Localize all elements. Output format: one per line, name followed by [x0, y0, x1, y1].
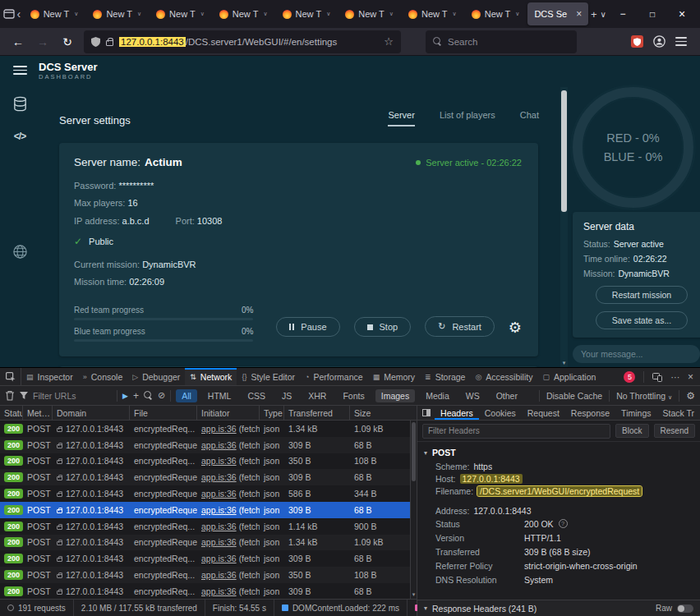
network-request-row[interactable]: 200 POST 127.0.0.1:8443 encryptedRequest… [0, 437, 417, 453]
request-type-filter[interactable]: JS [276, 389, 297, 402]
devtools-tab[interactable]: ⇅ Network [185, 368, 237, 385]
raw-toggle[interactable] [677, 605, 693, 613]
search-requests-icon[interactable] [144, 391, 153, 400]
devtools-close-icon[interactable] [688, 371, 693, 383]
tracking-shield-icon[interactable] [91, 37, 100, 47]
initiator-link[interactable]: app.is:36 [201, 537, 237, 547]
public-check-icon[interactable] [74, 236, 82, 247]
new-tab-button[interactable] [589, 3, 598, 25]
new-request-icon[interactable] [133, 390, 139, 402]
page-tab[interactable]: Server [388, 110, 414, 126]
devtools-tab[interactable]: ▢ Application [537, 368, 601, 385]
column-status[interactable]: Status [0, 406, 23, 420]
search-bar[interactable]: Search [426, 30, 577, 53]
restart-mission-button[interactable]: Restart mission [596, 286, 688, 304]
app-menu-icon[interactable] [675, 37, 687, 46]
details-tab[interactable]: Response [565, 406, 615, 420]
devtools-menu-icon[interactable] [670, 372, 679, 382]
network-request-row[interactable]: 200 POST 127.0.0.1:8443 encryptedReq... … [0, 550, 417, 567]
save-state-button[interactable]: Save state as... [596, 311, 688, 329]
network-request-row[interactable]: 200 POST 127.0.0.1:8443 encryptedReq... … [0, 421, 417, 437]
sidebar-menu-icon[interactable] [13, 66, 27, 75]
request-type-filter[interactable]: XHR [302, 389, 332, 402]
page-tab[interactable]: Chat [520, 110, 539, 126]
details-tab[interactable]: Headers [435, 406, 479, 420]
tab-menu-chevron-icon[interactable] [515, 11, 519, 17]
window-maximize-button[interactable] [638, 0, 667, 28]
filter-headers-input[interactable] [422, 424, 610, 439]
list-all-tabs-icon[interactable] [599, 3, 608, 25]
bookmark-star-icon[interactable] [384, 35, 394, 48]
request-type-filter[interactable]: Fonts [337, 389, 370, 402]
initiator-link[interactable]: app.is:36 [201, 424, 237, 434]
column-transferred[interactable]: Transferred [284, 406, 350, 420]
stop-button[interactable]: Stop [354, 317, 412, 337]
scroll-down-icon[interactable] [560, 360, 568, 366]
split-pane-icon[interactable] [417, 406, 435, 420]
window-minimize-button[interactable] [608, 0, 638, 28]
help-icon[interactable]: ? [559, 519, 568, 528]
error-count-badge[interactable]: 5 [624, 371, 635, 383]
details-tab[interactable]: Request [522, 406, 565, 420]
page-tab[interactable]: List of players [440, 110, 495, 126]
block-button[interactable]: Block [615, 424, 648, 438]
column-type[interactable]: Type [260, 406, 284, 420]
network-request-row[interactable]: 200 POST 127.0.0.1:8443 encryptedReq... … [0, 583, 417, 599]
restart-button[interactable]: Restart [425, 316, 495, 337]
devtools-tab[interactable]: ▤ Inspector [21, 368, 78, 385]
forward-button[interactable] [31, 30, 54, 53]
browser-tab[interactable]: New T [24, 2, 85, 25]
tab-menu-chevron-icon[interactable] [200, 11, 205, 17]
page-scrollbar-thumb[interactable] [561, 90, 567, 212]
request-type-filter[interactable]: WS [460, 389, 486, 402]
browser-tab[interactable]: New T [338, 2, 400, 25]
browser-tab-active[interactable]: DCS Se [527, 2, 588, 25]
throttling-select[interactable]: No Throttling [616, 391, 672, 401]
initiator-link[interactable]: app.is:36 [201, 440, 237, 450]
network-request-row[interactable]: 200 POST 127.0.0.1:8443 encryptedRequest… [0, 535, 417, 551]
browser-tab[interactable]: New T [150, 2, 211, 25]
tab-menu-chevron-icon[interactable] [137, 11, 141, 17]
devtools-tab[interactable]: ◎ Accessibility [470, 368, 537, 385]
tab-menu-chevron-icon[interactable] [389, 11, 394, 17]
resume-traffic-icon[interactable] [122, 392, 128, 400]
tab-menu-chevron-icon[interactable] [326, 11, 330, 17]
column-domain[interactable]: Domain [53, 406, 130, 420]
request-type-filter[interactable]: Images [375, 389, 415, 402]
column-method[interactable]: Met… [23, 406, 53, 420]
request-list-scrollbar[interactable] [410, 421, 417, 599]
details-tab[interactable]: Timings [615, 406, 656, 420]
pause-button[interactable]: Pause [276, 317, 339, 337]
adblock-extension-icon[interactable] [631, 35, 643, 48]
block-url-icon[interactable] [158, 390, 165, 401]
network-request-row[interactable]: 200 POST 127.0.0.1:8443 encryptedReq... … [0, 567, 417, 583]
request-type-filter[interactable]: HTML [202, 389, 237, 402]
back-button[interactable] [7, 30, 30, 53]
window-close-button[interactable] [667, 0, 697, 28]
firefox-view-icon[interactable] [3, 3, 15, 25]
account-icon[interactable] [653, 35, 665, 48]
network-request-row[interactable]: 200 POST 127.0.0.1:8443 encryptedReq... … [0, 453, 417, 470]
request-scroll-down-icon[interactable] [411, 591, 417, 598]
initiator-link[interactable]: app.is:36 [201, 586, 237, 596]
network-request-row[interactable]: 200 POST 127.0.0.1:8443 encryptedReq... … [0, 518, 417, 535]
code-icon[interactable] [0, 120, 39, 153]
tab-close-icon[interactable] [576, 8, 582, 20]
devtools-tab[interactable]: {} Style Editor [237, 368, 300, 385]
page-scrollbar[interactable] [560, 87, 568, 367]
devtools-tab[interactable]: ▦ Memory [368, 368, 420, 385]
database-icon[interactable] [0, 87, 39, 120]
devtools-tab[interactable]: ◔ Performance [300, 368, 368, 385]
resend-button[interactable]: Resend [654, 424, 695, 438]
disable-cache-toggle[interactable]: Disable Cache [546, 391, 602, 401]
tab-scroll-left-icon[interactable] [15, 3, 23, 25]
network-request-row[interactable]: 200 POST 127.0.0.1:8443 encryptedRequest… [0, 485, 417, 502]
reload-button[interactable] [56, 30, 79, 53]
tab-menu-chevron-icon[interactable] [453, 11, 457, 17]
tab-menu-chevron-icon[interactable] [74, 11, 78, 17]
devtools-tab[interactable]: ▷ Debugger [127, 368, 185, 385]
url-bar[interactable]: 127.0.0.1:8443/DCS.server1/WebGUI/#/en/s… [84, 30, 401, 53]
initiator-link[interactable]: app.is:36 [201, 570, 237, 580]
lock-icon[interactable] [106, 40, 113, 46]
details-tab[interactable]: Stack Tr [656, 406, 700, 420]
